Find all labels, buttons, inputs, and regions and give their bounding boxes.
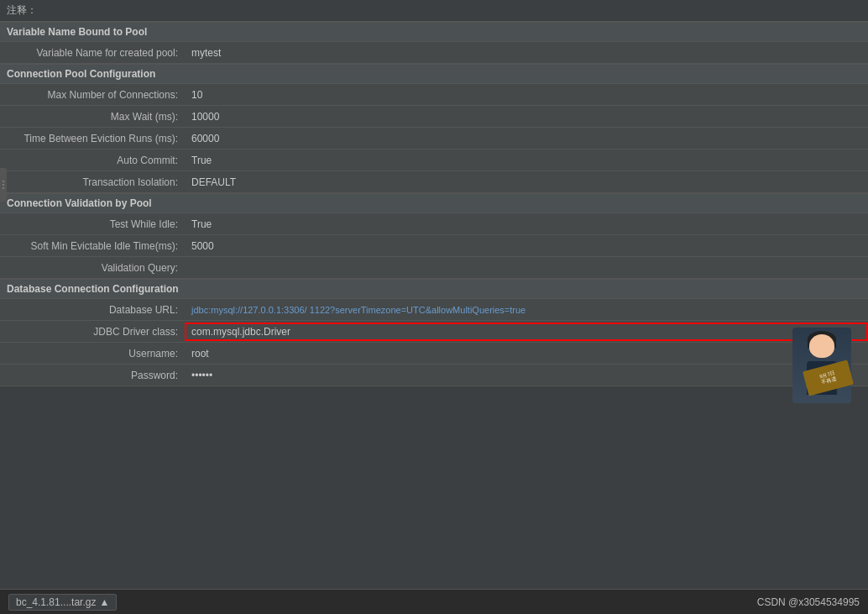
transaction-isolation-row: Transaction Isolation: DEFAULT — [0, 171, 868, 193]
variable-name-section: Variable Name Bound to Pool Variable Nam… — [0, 22, 868, 64]
test-while-idle-value: True — [185, 215, 868, 234]
max-connections-label: Max Number of Connections: — [0, 86, 185, 104]
database-connection-header: Database Connection Configuration — [0, 279, 868, 299]
avatar-head — [809, 334, 834, 358]
variable-name-row: Variable Name for created pool: mytest — [0, 42, 868, 64]
test-while-idle-label: Test While Idle: — [0, 215, 185, 234]
top-bar: 注释： — [0, 0, 868, 22]
username-row: Username: root — [0, 343, 868, 365]
validation-query-value — [185, 265, 868, 271]
taskbar-file-icon: ▲ — [99, 596, 109, 608]
password-row: Password: •••••• — [0, 365, 868, 386]
test-while-idle-row: Test While Idle: True — [0, 213, 868, 235]
soft-min-evictable-label: Soft Min Evictable Idle Time(ms): — [0, 237, 185, 255]
taskbar-brand-label: CSDN @x3054534995 — [757, 596, 860, 608]
top-bar-label: 注释： — [7, 4, 37, 16]
taskbar-file-label: bc_4.1.81....tar.gz — [16, 596, 96, 608]
eviction-runs-row: Time Between Eviction Runs (ms): 60000 — [0, 128, 868, 150]
connection-pool-header: Connection Pool Configuration — [0, 64, 868, 84]
handle-dot-1 — [3, 181, 4, 182]
database-url-value: jdbc:mysql://127.0.0.1:3306/ 1122?server… — [185, 302, 868, 318]
connection-validation-header: Connection Validation by Pool — [0, 193, 868, 213]
sign-text: 9月7日不再遗 — [819, 370, 838, 386]
max-wait-value: 10000 — [185, 108, 868, 126]
handle-dot-3 — [3, 187, 4, 189]
connection-validation-section: Connection Validation by Pool Test While… — [0, 193, 868, 279]
password-label: Password: — [0, 366, 185, 385]
max-connections-row: Max Number of Connections: 10 — [0, 84, 868, 106]
database-url-label: Database URL: — [0, 301, 185, 319]
auto-commit-label: Auto Commit: — [0, 151, 185, 170]
jdbc-driver-row: JDBC Driver class: com.mysql.jdbc.Driver — [0, 321, 868, 343]
avatar-image: 9月7日不再遗 — [792, 328, 851, 403]
variable-name-value: mytest — [185, 44, 868, 62]
validation-query-label: Validation Query: — [0, 259, 185, 277]
jdbc-driver-value: com.mysql.jdbc.Driver — [185, 323, 868, 341]
database-connection-section: Database Connection Configuration Databa… — [0, 279, 868, 386]
jdbc-driver-label: JDBC Driver class: — [0, 323, 185, 341]
auto-commit-row: Auto Commit: True — [0, 150, 868, 171]
max-wait-label: Max Wait (ms): — [0, 108, 185, 126]
soft-min-evictable-value: 5000 — [185, 237, 868, 255]
soft-min-evictable-row: Soft Min Evictable Idle Time(ms): 5000 — [0, 235, 868, 257]
eviction-runs-label: Time Between Eviction Runs (ms): — [0, 129, 185, 148]
handle-dot-2 — [3, 184, 4, 186]
auto-commit-value: True — [185, 151, 868, 170]
connection-pool-section: Connection Pool Configuration Max Number… — [0, 64, 868, 193]
username-value: root — [185, 344, 868, 363]
database-url-row: Database URL: jdbc:mysql://127.0.0.1:330… — [0, 299, 868, 321]
variable-name-label: Variable Name for created pool: — [0, 44, 185, 62]
taskbar-right: CSDN @x3054534995 — [757, 596, 860, 608]
taskbar: bc_4.1.81....tar.gz ▲ CSDN @x3054534995 — [0, 589, 868, 614]
max-connections-value: 10 — [185, 86, 868, 104]
eviction-runs-value: 60000 — [185, 129, 868, 148]
avatar-area: 9月7日不再遗 — [792, 328, 860, 412]
side-handle[interactable] — [0, 168, 7, 202]
transaction-isolation-label: Transaction Isolation: — [0, 173, 185, 192]
password-value: •••••• — [185, 366, 868, 385]
variable-name-header: Variable Name Bound to Pool — [0, 22, 868, 42]
validation-query-row: Validation Query: — [0, 257, 868, 279]
username-label: Username: — [0, 344, 185, 363]
max-wait-row: Max Wait (ms): 10000 — [0, 106, 868, 128]
taskbar-left: bc_4.1.81....tar.gz ▲ — [8, 594, 117, 611]
taskbar-file-item[interactable]: bc_4.1.81....tar.gz ▲ — [8, 594, 117, 611]
transaction-isolation-value: DEFAULT — [185, 173, 868, 192]
